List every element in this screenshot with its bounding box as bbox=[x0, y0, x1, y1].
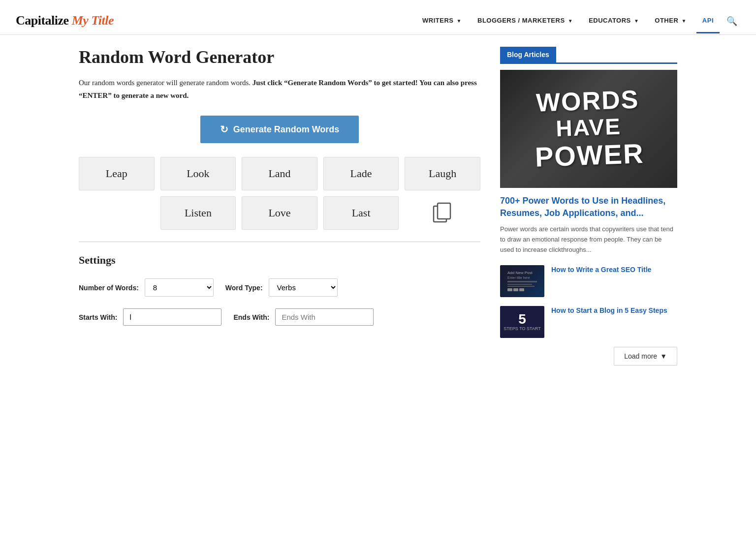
seo-thumbnail: Add New Post Enter title here bbox=[500, 265, 544, 297]
nav-writers[interactable]: WRITERS ▼ bbox=[416, 8, 468, 33]
header: Capitalize My Title WRITERS ▼ BLOGGERS /… bbox=[0, 0, 756, 35]
logo-my: My bbox=[72, 13, 89, 28]
featured-article-desc: Power words are certain words that copyw… bbox=[500, 224, 677, 255]
nav-other[interactable]: OTHER ▼ bbox=[649, 8, 693, 33]
chevron-down-icon: ▼ bbox=[634, 18, 639, 24]
seo-article-link[interactable]: How to Write a Great SEO Title bbox=[551, 265, 651, 275]
small-article-blog: 5 STEPS TO START How to Start a Blog in … bbox=[500, 306, 677, 338]
word-card-love[interactable]: Love bbox=[242, 196, 317, 230]
main-content: Random Word Generator Our random words g… bbox=[79, 47, 480, 366]
logo-title: Title bbox=[91, 13, 114, 28]
settings-title: Settings bbox=[79, 254, 480, 267]
word-type-select[interactable]: NounsVerbsAdjectivesAdverbsAll bbox=[269, 278, 338, 297]
word-card-laugh[interactable]: Laugh bbox=[405, 157, 480, 190]
number-of-words-label: Number of Words: bbox=[79, 284, 139, 292]
blog-articles-label: Blog Articles bbox=[500, 47, 556, 62]
nav-bloggers[interactable]: BLOGGERS / MARKETERS ▼ bbox=[472, 8, 579, 33]
word-card-leap[interactable]: Leap bbox=[79, 157, 155, 190]
chevron-down-icon: ▼ bbox=[457, 18, 462, 24]
small-article-seo: Add New Post Enter title here How to Wri… bbox=[500, 265, 677, 297]
number-of-words-select[interactable]: 1234 5678 910 bbox=[145, 278, 214, 297]
sidebar: Blog Articles WORDS HAVE POWER 700+ Powe… bbox=[500, 47, 677, 366]
starts-with-input[interactable] bbox=[123, 308, 221, 326]
starts-with-group: Starts With: bbox=[79, 308, 221, 326]
settings-section: Settings Number of Words: 1234 5678 910 … bbox=[79, 254, 480, 326]
number-of-words-group: Number of Words: 1234 5678 910 bbox=[79, 278, 214, 297]
words-row-1: Leap Look Land Lade Laugh bbox=[79, 157, 480, 190]
refresh-icon: ↻ bbox=[220, 123, 228, 135]
blog-steps-number: 5 bbox=[518, 312, 526, 326]
logo[interactable]: Capitalize My Title bbox=[16, 13, 114, 28]
blog-articles-header-bar: Blog Articles bbox=[500, 47, 677, 64]
nav-educators[interactable]: EDUCATORS ▼ bbox=[583, 8, 645, 33]
word-card-listen[interactable]: Listen bbox=[160, 196, 236, 230]
word-card-last[interactable]: Last bbox=[323, 196, 399, 230]
word-card-look[interactable]: Look bbox=[160, 157, 236, 190]
blog-thumbnail: 5 STEPS TO START bbox=[500, 306, 544, 338]
ends-with-input[interactable] bbox=[275, 308, 374, 326]
featured-image-text: WORDS HAVE POWER bbox=[533, 85, 644, 172]
chevron-down-icon: ▼ bbox=[660, 352, 667, 360]
page-layout: Random Word Generator Our random words g… bbox=[63, 35, 693, 377]
word-type-label: Word Type: bbox=[225, 284, 263, 292]
settings-row-2: Starts With: Ends With: bbox=[79, 308, 480, 326]
page-description: Our random words generator will generate… bbox=[79, 77, 480, 102]
nav-api[interactable]: API bbox=[696, 8, 720, 33]
chevron-down-icon: ▼ bbox=[568, 18, 573, 24]
blog-article-link[interactable]: How to Start a Blog in 5 Easy Steps bbox=[551, 306, 667, 316]
word-card-lade[interactable]: Lade bbox=[323, 157, 399, 190]
svg-rect-1 bbox=[438, 203, 450, 219]
page-title: Random Word Generator bbox=[79, 47, 480, 68]
ends-with-label: Ends With: bbox=[233, 313, 269, 321]
copy-icon[interactable] bbox=[405, 196, 480, 230]
featured-image[interactable]: WORDS HAVE POWER bbox=[500, 70, 677, 188]
logo-capitalize: Capitalize bbox=[16, 13, 69, 28]
load-more-button[interactable]: Load more ▼ bbox=[614, 347, 677, 366]
divider bbox=[79, 242, 480, 242]
main-nav: WRITERS ▼ BLOGGERS / MARKETERS ▼ EDUCATO… bbox=[416, 7, 740, 34]
words-row-2: Listen Love Last bbox=[79, 196, 480, 230]
blog-steps-text: STEPS TO START bbox=[504, 326, 540, 332]
generate-button[interactable]: ↻ Generate Random Words bbox=[200, 116, 359, 143]
search-icon[interactable]: 🔍 bbox=[724, 7, 740, 34]
starts-with-label: Starts With: bbox=[79, 313, 117, 321]
word-type-group: Word Type: NounsVerbsAdjectivesAdverbsAl… bbox=[225, 278, 338, 297]
settings-row-1: Number of Words: 1234 5678 910 Word Type… bbox=[79, 278, 480, 297]
featured-article-link[interactable]: 700+ Power Words to Use in Headlines, Re… bbox=[500, 195, 677, 219]
chevron-down-icon: ▼ bbox=[681, 18, 686, 24]
ends-with-group: Ends With: bbox=[233, 308, 374, 326]
word-card-land[interactable]: Land bbox=[242, 157, 317, 190]
